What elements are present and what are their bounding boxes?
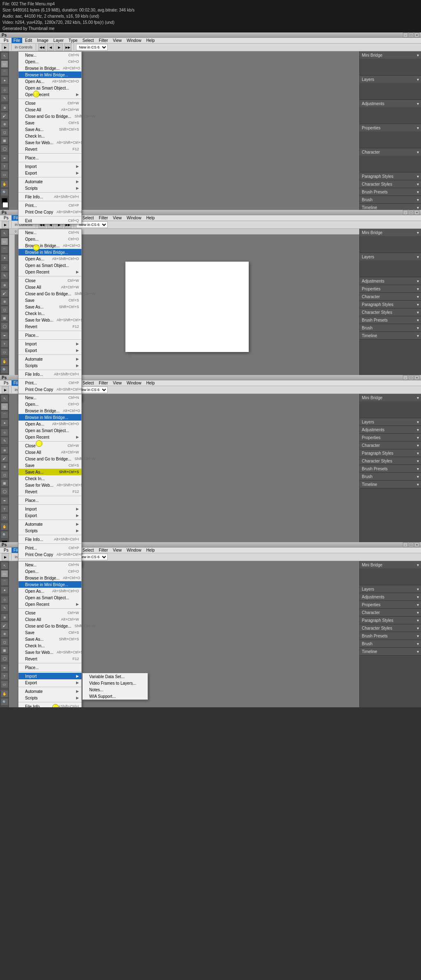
menu3-help[interactable]: Help [144, 380, 157, 386]
tool3-eyedrop[interactable]: ✎ [1, 437, 8, 444]
tool3-heal[interactable]: ⊕ [1, 446, 8, 454]
menu3-open-smart[interactable]: Open as Smart Object... [19, 427, 81, 434]
tool2-zoom[interactable]: 🔍 [1, 366, 8, 373]
menu-file[interactable]: File [12, 38, 22, 43]
menu3-file-info[interactable]: File Info...Alt+Shift+Ctrl+I [19, 536, 81, 543]
menu4-window[interactable]: Window [125, 548, 143, 553]
menu-window[interactable]: Window [125, 38, 143, 43]
tool-brush[interactable]: 🖌 [1, 112, 8, 120]
maximize-btn-2[interactable]: □ [409, 210, 414, 215]
tool3-pen[interactable]: ✒ [1, 497, 8, 504]
close-btn[interactable]: × [414, 32, 419, 37]
panel3-timeline-header[interactable]: Timeline▾ [360, 481, 421, 488]
menu4-save[interactable]: SaveCtrl+S [19, 629, 81, 636]
menu4-new[interactable]: New...Ctrl+N [19, 561, 81, 568]
menu3-open[interactable]: Open...Ctrl+O [19, 401, 81, 407]
tool2-dodge[interactable]: ◯ [1, 322, 8, 330]
menu3-browse-mini[interactable]: Browse in Mini Bridge... [19, 414, 81, 421]
close-btn-2[interactable]: × [414, 210, 419, 215]
menu4-browse-bridge[interactable]: Browse in Bridge...Alt+Ctrl+O [19, 575, 81, 581]
minimize-btn[interactable]: - [403, 32, 408, 37]
menu3-save-web[interactable]: Save for Web...Alt+Shift+Ctrl+S [19, 482, 81, 488]
panel2-paragraph-styles-header[interactable]: Paragraph Styles▾ [360, 301, 421, 308]
menu4-save-as[interactable]: Save As...Shift+Ctrl+S [19, 636, 81, 642]
panel4-properties-header[interactable]: Properties▾ [360, 601, 421, 608]
panel2-brush-header[interactable]: Brush▾ [360, 324, 421, 331]
menu2-print[interactable]: Print...Ctrl+P [19, 380, 81, 386]
menu2-browse-bridge[interactable]: Browse in Bridge...Alt+Ctrl+O [19, 242, 81, 249]
tool2-hand[interactable]: ✋ [1, 358, 8, 365]
menu4-place[interactable]: Place... [19, 664, 81, 671]
tool2-pen[interactable]: ✒ [1, 332, 8, 339]
tool4-move[interactable]: ↖ [1, 562, 8, 569]
toolbar-btn-5[interactable]: ▶▶ [64, 44, 72, 51]
menu3-close-bridge[interactable]: Close and Go to Bridge...Shift+Ctrl+W [19, 455, 81, 462]
submenu-video-frames[interactable]: Video Frames to Layers... [83, 680, 148, 686]
tool4-pen[interactable]: ✒ [1, 664, 8, 672]
menu4-revert[interactable]: RevertF12 [19, 656, 81, 662]
tool-select[interactable]: ▭ [1, 60, 8, 68]
menu2-file-info[interactable]: File Info...Alt+Shift+Ctrl+I [19, 371, 81, 377]
tool4-magic[interactable]: ✦ [1, 587, 8, 594]
menu4-close-all[interactable]: Close AllAlt+Ctrl+W [19, 616, 81, 623]
menu2-close[interactable]: CloseCtrl+W [19, 277, 81, 284]
panel2-character-styles-header[interactable]: Character Styles▾ [360, 308, 421, 316]
close-btn-3[interactable]: × [414, 375, 419, 380]
menu4-save-web[interactable]: Save for Web...Alt+Shift+Ctrl+S [19, 649, 81, 656]
menu2-place[interactable]: Place... [19, 332, 81, 338]
menu-image[interactable]: Image [35, 38, 51, 43]
menu2-open-recent[interactable]: Open Recent▶ [19, 269, 81, 275]
tool4-eyedrop[interactable]: ✎ [1, 604, 8, 612]
tool-text[interactable]: T [1, 163, 8, 170]
menu3-check-in[interactable]: Check In... [19, 475, 81, 482]
menu-close-bridge[interactable]: Close and Go to Bridge...Shift+Ctrl+W [19, 113, 81, 120]
tool2-stamp[interactable]: ⊗ [1, 298, 8, 305]
menu2-save[interactable]: SaveCtrl+S [19, 297, 81, 304]
menu-filter[interactable]: Filter [97, 38, 110, 43]
menu3-automate[interactable]: Automate▶ [19, 521, 81, 527]
menu3-filter[interactable]: Filter [97, 380, 110, 386]
menu4-open-smart[interactable]: Open as Smart Object... [19, 594, 81, 601]
tool3-select[interactable]: ▭ [1, 403, 8, 410]
tool2-text[interactable]: T [1, 340, 8, 347]
menu-revert[interactable]: RevertF12 [19, 146, 81, 152]
tool2-gradient[interactable]: ▦ [1, 314, 8, 322]
tool-hand[interactable]: ✋ [1, 180, 8, 188]
menu2-close-all[interactable]: Close AllAlt+Ctrl+W [19, 284, 81, 290]
submenu-wia[interactable]: WIA Support... [83, 693, 148, 699]
menu3-window[interactable]: Window [125, 380, 143, 386]
menu3-close[interactable]: CloseCtrl+W [19, 442, 81, 449]
tool-shape[interactable]: ▭ [1, 171, 8, 178]
menu4-browse-mini[interactable]: Browse in Mini Bridge... [19, 581, 81, 588]
panel-character-header[interactable]: Character ▾ [360, 148, 421, 156]
panel-adjustments-header[interactable]: Adjustments ▾ [360, 100, 421, 107]
tool-lasso[interactable]: ⌒ [1, 69, 8, 76]
panel3-brush-presets-header[interactable]: Brush Presets▾ [360, 465, 421, 472]
tool-eraser[interactable]: ◻ [1, 129, 8, 136]
panel4-paragraph-styles-header[interactable]: Paragraph Styles▾ [360, 617, 421, 624]
tool3-brush[interactable]: 🖌 [1, 455, 8, 462]
panel-brush-header[interactable]: Brush ▾ [360, 196, 421, 203]
menu3-print-one-copy[interactable]: Print One CopyAlt+Shift+Ctrl+P [19, 551, 81, 558]
menu2-scripts[interactable]: Scripts▶ [19, 362, 81, 369]
menu-type[interactable]: Type [67, 38, 80, 43]
toolbar-btn-1[interactable]: ▶ [2, 44, 9, 51]
menu-select[interactable]: Select [81, 38, 96, 43]
menu2-save-web[interactable]: Save for Web...Alt+Shift+Ctrl+S [19, 317, 81, 323]
tool4-crop[interactable]: ⊹ [1, 596, 8, 603]
toolbar-btn-2[interactable]: ◀◀ [38, 44, 46, 51]
toolbar3-btn-1[interactable]: ▶ [2, 386, 9, 393]
menu4-file-info[interactable]: File Info...Alt+Shift+Ctrl+I [19, 703, 81, 707]
tool-heal[interactable]: ⊕ [1, 104, 8, 111]
tool-magic[interactable]: ✦ [1, 77, 8, 84]
menu3-place[interactable]: Place... [19, 497, 81, 504]
menu3-save[interactable]: SaveCtrl+S [19, 462, 81, 469]
menu4-automate[interactable]: Automate▶ [19, 688, 81, 695]
tool4-brush[interactable]: 🖌 [1, 622, 8, 629]
tool3-crop[interactable]: ⊹ [1, 429, 8, 436]
maximize-btn-4[interactable]: □ [409, 542, 414, 547]
tool-zoom[interactable]: 🔍 [1, 189, 8, 196]
panel4-brush-header[interactable]: Brush▾ [360, 640, 421, 647]
panel-paragraph-styles-header[interactable]: Paragraph Styles ▾ [360, 173, 421, 180]
menu3-new[interactable]: New...Ctrl+N [19, 394, 81, 401]
